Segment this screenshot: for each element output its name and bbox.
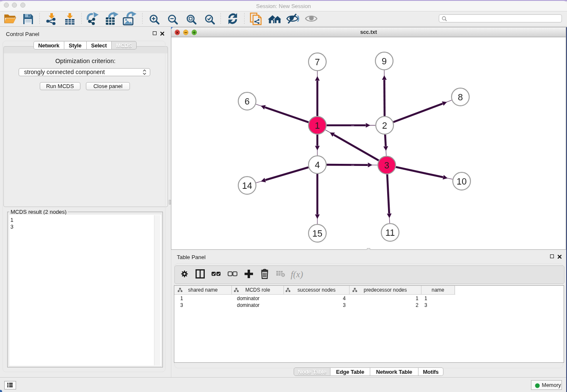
svg-text:2: 2 [382,121,387,131]
svg-text:6: 6 [245,97,250,107]
svg-text:f(x): f(x) [291,269,303,279]
svg-text:1: 1 [315,121,320,131]
svg-text:9: 9 [382,56,387,66]
svg-text:8: 8 [458,92,463,102]
svg-text:7: 7 [315,57,320,67]
svg-text:3: 3 [384,160,389,171]
svg-text:11: 11 [385,228,395,238]
svg-text:14: 14 [242,181,252,191]
svg-text:4: 4 [315,160,320,170]
svg-text:15: 15 [312,229,322,239]
svg-text:10: 10 [457,177,467,187]
